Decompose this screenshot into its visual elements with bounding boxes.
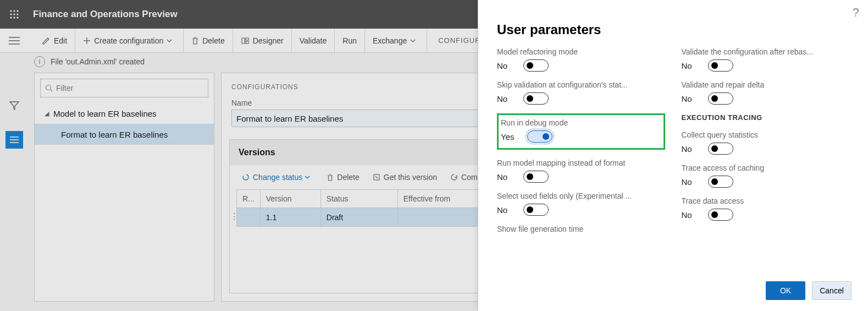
- param-label: Collect query statistics: [682, 130, 850, 139]
- params-left-column: Model refactoring mode No Skip validatio…: [497, 47, 665, 272]
- help-icon[interactable]: ?: [853, 6, 859, 20]
- filter-box[interactable]: [40, 79, 208, 97]
- get-version-button[interactable]: Get this version: [367, 171, 443, 184]
- svg-point-3: [10, 13, 12, 15]
- svg-point-5: [16, 13, 18, 15]
- designer-icon: [241, 36, 250, 45]
- param-skip-validation: Skip validation at configuration's stat.…: [497, 80, 665, 105]
- notice-text: File 'out.Admin.xml' created: [51, 57, 145, 66]
- trash-icon: [327, 173, 334, 182]
- run-label: Run: [342, 36, 357, 45]
- row-handle[interactable]: ⋮: [230, 189, 236, 227]
- create-config-button[interactable]: Create configuration: [75, 29, 184, 52]
- get-version-label: Get this version: [384, 173, 437, 182]
- param-show-file-gen-time: Show file generation time: [497, 225, 665, 237]
- delete-button[interactable]: Delete: [184, 29, 233, 52]
- param-value: Yes: [501, 132, 514, 141]
- svg-point-21: [243, 174, 248, 180]
- param-label: Run in debug mode: [501, 118, 658, 127]
- refresh-icon: [450, 173, 458, 181]
- exchange-label: Exchange: [373, 36, 407, 45]
- svg-point-0: [10, 10, 12, 12]
- download-icon: [373, 173, 380, 181]
- param-trace-access-caching: Trace access of caching No: [682, 163, 850, 188]
- toggle-run-debug-mode[interactable]: [527, 130, 552, 143]
- param-validate-repair-delta: Validate and repair delta No: [682, 80, 850, 105]
- param-label: Show file generation time: [497, 225, 665, 233]
- tree-collapse-icon[interactable]: ◢: [45, 110, 49, 117]
- left-rail: [0, 53, 29, 311]
- tree-item-parent[interactable]: ◢ Model to learn ER baselines: [35, 103, 214, 124]
- cycle-icon: [242, 173, 250, 181]
- app-launcher-icon[interactable]: [0, 0, 29, 29]
- toggle-run-model-mapping[interactable]: [523, 171, 549, 183]
- tree-parent-label: Model to learn ER baselines: [53, 109, 157, 118]
- svg-point-7: [13, 17, 15, 18]
- svg-point-1: [13, 10, 15, 12]
- filter-input[interactable]: [56, 84, 203, 92]
- toggle-collect-query-stats[interactable]: [708, 143, 733, 155]
- param-value: No: [682, 144, 695, 154]
- create-label: Create configuration: [94, 36, 163, 45]
- svg-point-4: [13, 13, 15, 15]
- param-value: No: [682, 177, 695, 187]
- toggle-model-refactoring[interactable]: [523, 59, 549, 72]
- svg-line-20: [51, 90, 52, 91]
- change-status-button[interactable]: Change status: [236, 171, 319, 184]
- tree-item-child[interactable]: Format to learn ER baselines: [35, 124, 214, 145]
- panel-title: User parameters: [478, 0, 868, 47]
- col-r[interactable]: R...: [237, 190, 261, 208]
- nav-toggle-icon[interactable]: [0, 29, 29, 52]
- cell-version: 1.1: [260, 208, 320, 227]
- svg-point-19: [46, 85, 51, 90]
- info-icon: i: [34, 56, 45, 67]
- col-version[interactable]: Version: [260, 190, 320, 208]
- ok-button[interactable]: OK: [766, 281, 805, 300]
- chevron-down-icon: [410, 39, 416, 42]
- param-value: No: [497, 61, 510, 70]
- run-button[interactable]: Run: [335, 29, 365, 52]
- pencil-icon: [42, 36, 51, 45]
- versions-delete-button[interactable]: Delete: [321, 171, 364, 184]
- user-parameters-panel: ? User parameters Model refactoring mode…: [478, 0, 868, 311]
- toggle-validate-repair-delta[interactable]: [708, 92, 733, 105]
- param-select-used-fields: Select used fields only (Experimental ..…: [497, 192, 665, 216]
- filter-rail-icon[interactable]: [5, 97, 23, 114]
- validate-button[interactable]: Validate: [292, 29, 335, 52]
- plus-icon: [83, 37, 91, 45]
- list-rail-icon[interactable]: [5, 131, 23, 149]
- execution-tracing-heading: EXECUTION TRACING: [682, 113, 850, 122]
- toggle-trace-access-caching[interactable]: [708, 176, 733, 188]
- param-value: No: [682, 94, 695, 103]
- svg-point-2: [16, 10, 18, 12]
- chevron-down-icon: [167, 39, 172, 42]
- cancel-button[interactable]: Cancel: [812, 281, 852, 300]
- col-status[interactable]: Status: [320, 190, 397, 208]
- params-right-column: Validate the configuration after rebas..…: [682, 47, 850, 272]
- param-value: No: [682, 210, 695, 220]
- exchange-button[interactable]: Exchange: [365, 29, 427, 52]
- param-model-refactoring: Model refactoring mode No: [497, 47, 665, 72]
- param-value: No: [497, 172, 510, 182]
- param-label: Skip validation at configuration's stat.…: [497, 80, 665, 89]
- param-validate-after-rebase: Validate the configuration after rebas..…: [682, 47, 850, 72]
- toggle-validate-after-rebase[interactable]: [708, 59, 733, 72]
- change-status-label: Change status: [253, 173, 302, 182]
- toggle-skip-validation[interactable]: [523, 92, 549, 105]
- param-label: Trace access of caching: [682, 163, 850, 172]
- app-title: Finance and Operations Preview: [29, 9, 178, 20]
- search-icon: [45, 84, 53, 92]
- param-label: Select used fields only (Experimental ..…: [497, 192, 665, 200]
- versions-delete-label: Delete: [337, 173, 359, 182]
- param-collect-query-stats: Collect query statistics No: [682, 130, 850, 155]
- designer-button[interactable]: Designer: [233, 29, 292, 52]
- tree-panel: ◢ Model to learn ER baselines Format to …: [34, 73, 214, 302]
- trash-icon: [191, 36, 199, 45]
- param-run-model-mapping: Run model mapping instead of format No: [497, 159, 665, 183]
- chevron-down-icon: [305, 176, 310, 179]
- toggle-select-used-fields[interactable]: [523, 204, 549, 216]
- toggle-trace-data-access[interactable]: [708, 209, 733, 221]
- param-trace-data-access: Trace data access No: [682, 197, 850, 221]
- edit-button[interactable]: Edit: [34, 29, 75, 52]
- designer-label: Designer: [253, 36, 284, 45]
